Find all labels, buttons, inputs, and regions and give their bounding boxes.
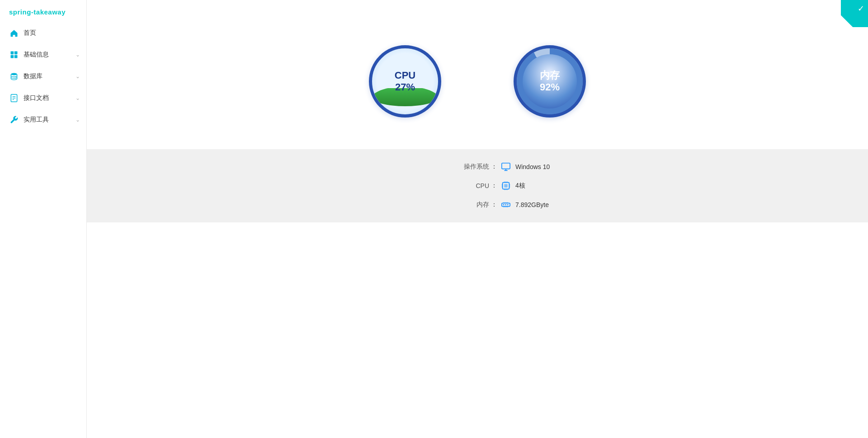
cpu-gauge-value: 27% [395, 81, 415, 93]
memory-label: 内存 [458, 201, 489, 209]
memory-gauge-label: 内存 [540, 70, 560, 81]
gauges-row: CPU 27% 内存 92% [87, 27, 868, 145]
sidebar-item-tools[interactable]: 实用工具 ⌄ [0, 109, 86, 131]
svg-rect-9 [502, 163, 510, 169]
chevron-down-icon: ⌄ [75, 52, 80, 58]
svg-rect-1 [14, 52, 18, 55]
cpu-gauge: CPU 27% [369, 45, 441, 118]
doc-icon [9, 93, 19, 103]
database-icon [9, 71, 19, 81]
svg-rect-2 [11, 55, 14, 58]
monitor-icon [500, 161, 512, 173]
sidebar-item-api-docs-label: 接口文档 [24, 94, 49, 102]
tool-icon [9, 115, 19, 125]
main-content: ✓ CPU 27% 内存 92% 操作系统 ： [87, 0, 868, 438]
os-info-row: 操作系统 ： Windows 10 [87, 157, 868, 176]
grid-icon [9, 50, 19, 60]
corner-decoration: ✓ [841, 0, 868, 27]
cpu-chip-icon [500, 180, 512, 192]
chevron-down-icon-3: ⌄ [75, 95, 80, 101]
chevron-down-icon-4: ⌄ [75, 117, 80, 123]
sidebar-item-basic-info-label: 基础信息 [24, 51, 49, 59]
svg-rect-3 [14, 55, 18, 58]
sidebar-item-api-docs[interactable]: 接口文档 ⌄ [0, 87, 86, 109]
svg-rect-0 [11, 52, 14, 55]
svg-rect-29 [507, 204, 509, 205]
sidebar-logo: spring-takeaway [0, 0, 86, 22]
memory-chip-icon [500, 199, 512, 211]
home-icon [9, 28, 19, 38]
memory-gauge-center: 内存 92% [523, 54, 577, 108]
sidebar-item-home-label: 首页 [24, 29, 36, 37]
sidebar-item-home[interactable]: 首页 [0, 22, 86, 44]
svg-rect-28 [505, 204, 506, 205]
os-label: 操作系统 [458, 163, 489, 171]
os-value: Windows 10 [515, 163, 550, 170]
sidebar-item-tools-label: 实用工具 [24, 116, 49, 124]
memory-gauge: 内存 92% [514, 45, 586, 118]
memory-gauge-ring: 内存 92% [517, 48, 583, 114]
svg-rect-27 [503, 204, 505, 205]
sidebar-item-database-label: 数据库 [24, 72, 42, 80]
sidebar-item-database[interactable]: 数据库 ⌄ [0, 66, 86, 87]
chevron-down-icon-2: ⌄ [75, 73, 80, 80]
cpu-gauge-label: CPU [395, 70, 415, 81]
svg-rect-13 [504, 184, 507, 187]
system-info-table: 操作系统 ： Windows 10 CPU ： [87, 149, 868, 222]
memory-info-row: 内存 ： 7.892GByte [87, 195, 868, 214]
svg-point-4 [11, 73, 17, 75]
corner-icon: ✓ [858, 4, 864, 14]
cpu-label: CPU [458, 182, 489, 189]
memory-value: 7.892GByte [515, 201, 549, 208]
memory-gauge-value: 92% [540, 81, 560, 93]
sidebar: spring-takeaway 首页 基础信息 ⌄ [0, 0, 87, 438]
cpu-info-row: CPU ： [87, 176, 868, 195]
cpu-value: 4核 [515, 182, 525, 190]
sidebar-item-basic-info[interactable]: 基础信息 ⌄ [0, 44, 86, 66]
